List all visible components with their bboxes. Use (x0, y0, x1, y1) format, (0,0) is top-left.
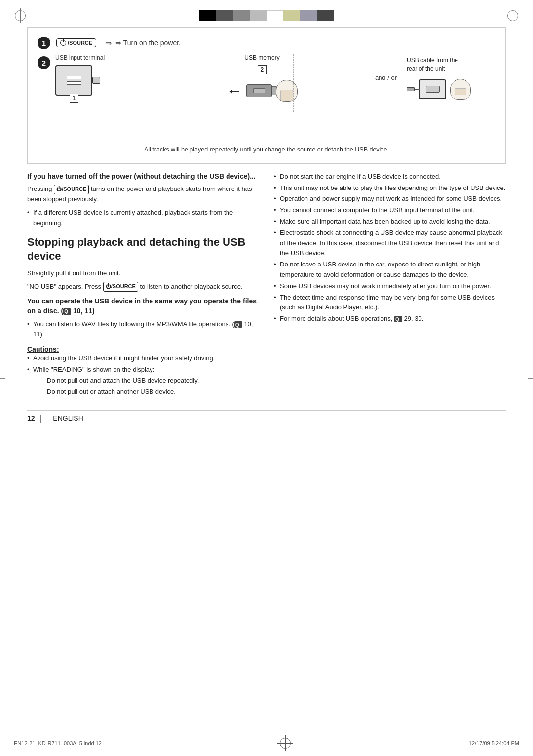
usb-cable-label-line1: USB cable from the (407, 57, 458, 64)
usb-cable-labels: USB cable from the rear of the unit (407, 56, 458, 73)
reading-sub-1: Do not pull out and attach the USB devic… (41, 376, 259, 386)
same-way-heading: You can operate the USB device in the sa… (27, 297, 259, 316)
right-column: Do not start the car engine if a USB dev… (274, 172, 506, 402)
diagram-area: 1 /SOURCE ⇒ ⇒ Turn on the power. 2 USB i… (27, 27, 506, 164)
right-bullet-4: You cannot connect a computer to the USB… (274, 205, 506, 216)
left-margin-mark (0, 378, 5, 379)
two-column-layout: If you have turned off the power (withou… (27, 172, 506, 402)
usb-memory-label: USB memory (244, 54, 279, 61)
stop-body-2: "NO USB" appears. Press ⏻/SOURCE to list… (27, 282, 259, 292)
right-bullets: Do not start the car engine if a USB dev… (274, 172, 506, 324)
bottom-left-text: EN12-21_KD-R711_003A_5.indd 12 (14, 740, 102, 746)
source-button-diagram: /SOURCE (56, 38, 96, 47)
same-way-icon: Q (63, 308, 71, 315)
usb-input-label: USB input terminal (55, 54, 105, 61)
footer-separator: │ (39, 415, 43, 422)
right-margin-mark (528, 378, 533, 379)
caution-2: While "READING" is shown on the display:… (27, 365, 259, 397)
page-content: 1 /SOURCE ⇒ ⇒ Turn on the power. 2 USB i… (27, 27, 506, 731)
details-icon: Q (394, 316, 402, 322)
wav-icon: Q (234, 321, 242, 328)
same-way-bullets: You can listen to WAV files by following… (27, 319, 259, 340)
right-bullet-10: For more details about USB operations, Q… (274, 314, 506, 324)
step-2-number: 2 (38, 56, 50, 69)
page-number: 12 (27, 415, 35, 422)
step2-num-badge-1: 1 (70, 94, 78, 103)
right-bullet-3: Operation and power supply may not work … (274, 194, 506, 204)
right-bullet-7: Do not leave a USB device in the car, ex… (274, 260, 506, 280)
step2-num-badge-2: 2 (258, 65, 266, 74)
usb-cable-label-line2: rear of the unit (407, 65, 445, 72)
diagram-caption: All tracks will be played repeatedly unt… (38, 145, 495, 154)
left-column: If you have turned off the power (withou… (27, 172, 259, 402)
power-icon-diagram (60, 40, 66, 46)
caution-1: Avoid using the USB device if it might h… (27, 353, 259, 364)
bottom-right-text: 12/17/09 5:24:04 PM (469, 740, 519, 746)
page-language: ENGLISH (53, 415, 83, 422)
big-arrow-left: ← (227, 83, 242, 99)
step-1-text: ⇒ Turn on the power. (115, 39, 181, 47)
and-or-text: and / or (375, 74, 397, 81)
reading-sub-bullets: Do not pull out and attach the USB devic… (33, 376, 259, 398)
right-bullet-8: Some USB devices may not work immediatel… (274, 281, 506, 292)
off-power-body: Pressing ⏻/SOURCE turns on the power and… (27, 184, 259, 205)
right-bullet-5: Make sure all important data has been ba… (274, 217, 506, 227)
source-inline-1: ⏻/SOURCE (54, 185, 89, 194)
stop-heading: Stopping playback and detaching the USB … (27, 235, 259, 264)
page-footer: 12 │ ENGLISH (27, 410, 506, 422)
bottom-center-compass (280, 738, 291, 749)
step-1-arrow: ⇒ (105, 38, 112, 48)
right-bullet-9: The detect time and response time may be… (274, 293, 506, 313)
right-bullet-2: This unit may not be able to play the fi… (274, 183, 506, 193)
right-bullet-6: Electrostatic shock at connecting a USB … (274, 228, 506, 259)
cautions-list: Avoid using the USB device if it might h… (27, 353, 259, 397)
reading-sub-2: Do not pull out or attach another USB de… (41, 387, 259, 397)
source-inline-2: ⏻/SOURCE (103, 282, 138, 292)
off-power-heading: If you have turned off the power (withou… (27, 172, 259, 182)
right-bullet-1: Do not start the car engine if a USB dev… (274, 172, 506, 182)
step-1-number: 1 (38, 37, 50, 49)
cautions-heading: Cautions: (27, 345, 259, 353)
stop-body-1: Straightly pull it out from the unit. (27, 268, 259, 279)
step-1-row: 1 /SOURCE ⇒ ⇒ Turn on the power. (38, 37, 495, 49)
bottom-marks: EN12-21_KD-R711_003A_5.indd 12 12/17/09 … (5, 735, 528, 751)
off-power-bullet-1: If a different USB device is currently a… (27, 208, 259, 228)
off-power-bullets: If a different USB device is currently a… (27, 208, 259, 228)
step-1-content: /SOURCE ⇒ ⇒ Turn on the power. (56, 38, 181, 48)
same-way-bullet-1: You can listen to WAV files by following… (27, 319, 259, 340)
